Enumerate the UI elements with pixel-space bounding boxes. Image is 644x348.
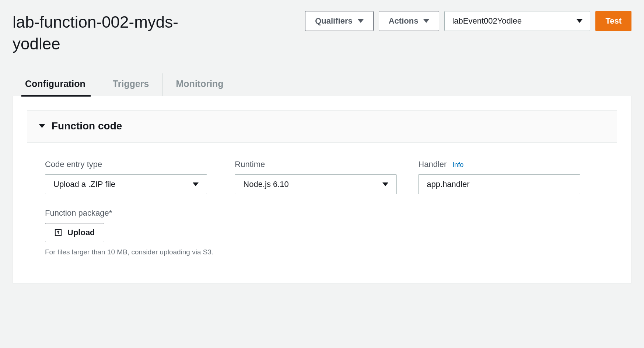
card-title: Function code	[52, 120, 122, 132]
handler-label: Handler Info	[418, 160, 580, 169]
panel: Function code Code entry type Upload a .…	[13, 96, 631, 283]
code-entry-type-label: Code entry type	[45, 160, 213, 169]
header: lab-function-002-myds-yodlee Qualifiers …	[0, 0, 644, 62]
handler-info-link[interactable]: Info	[452, 161, 463, 169]
runtime-select[interactable]: Node.js 6.10	[235, 174, 397, 194]
form-row: Code entry type Upload a .ZIP file Funct…	[45, 160, 599, 256]
code-entry-type-value: Upload a .ZIP file	[53, 180, 115, 189]
card-header[interactable]: Function code	[27, 111, 617, 143]
code-entry-type-group: Code entry type Upload a .ZIP file Funct…	[45, 160, 213, 256]
collapse-caret-icon	[39, 124, 45, 128]
caret-down-icon	[358, 19, 364, 23]
tabs: Configuration Triggers Monitoring	[0, 62, 644, 96]
actions-label: Actions	[389, 16, 419, 26]
handler-input[interactable]	[418, 174, 580, 194]
card-body: Code entry type Upload a .ZIP file Funct…	[27, 143, 617, 274]
caret-down-icon	[423, 19, 429, 23]
test-event-select[interactable]: labEvent002Yodlee	[444, 11, 590, 31]
upload-hint: For files larger than 10 MB, consider up…	[45, 248, 213, 256]
function-code-card: Function code Code entry type Upload a .…	[27, 110, 617, 274]
handler-label-text: Handler	[418, 160, 447, 169]
upload-button-label: Upload	[67, 228, 95, 237]
tab-monitoring[interactable]: Monitoring	[162, 73, 237, 96]
tab-triggers[interactable]: Triggers	[99, 73, 162, 96]
qualifiers-button[interactable]: Qualifiers	[305, 11, 373, 31]
caret-down-icon	[193, 182, 199, 186]
upload-icon	[54, 229, 62, 237]
runtime-value: Node.js 6.10	[243, 180, 289, 189]
runtime-group: Runtime Node.js 6.10	[235, 160, 397, 256]
runtime-label: Runtime	[235, 160, 397, 169]
function-package-label: Function package*	[45, 208, 213, 218]
code-entry-type-select[interactable]: Upload a .ZIP file	[45, 174, 207, 194]
header-actions: Qualifiers Actions labEvent002Yodlee Tes…	[305, 11, 631, 31]
handler-group: Handler Info	[418, 160, 580, 256]
actions-button[interactable]: Actions	[379, 11, 440, 31]
tab-configuration[interactable]: Configuration	[21, 73, 99, 96]
caret-down-icon	[382, 182, 388, 186]
caret-down-icon	[577, 19, 582, 23]
page-title: lab-function-002-myds-yodlee	[13, 11, 204, 55]
upload-button[interactable]: Upload	[45, 223, 104, 242]
qualifiers-label: Qualifiers	[315, 16, 352, 26]
test-event-selected: labEvent002Yodlee	[452, 16, 522, 26]
test-button[interactable]: Test	[595, 11, 631, 31]
